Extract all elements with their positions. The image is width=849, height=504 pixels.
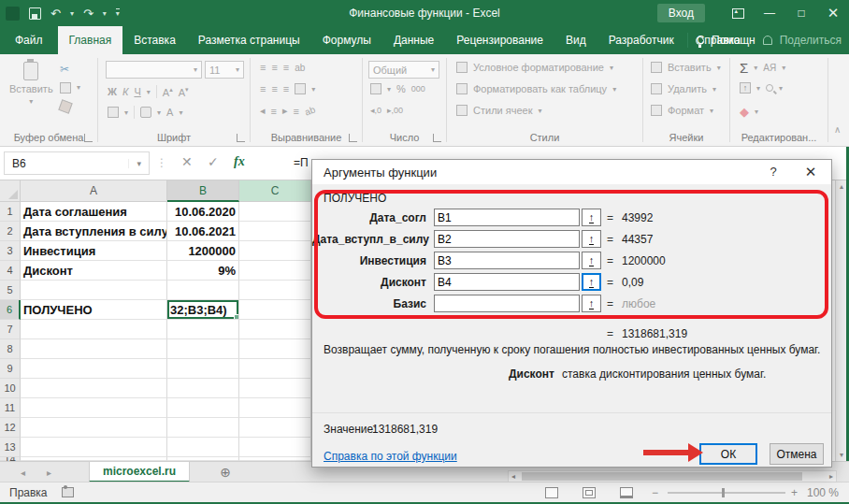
row-header[interactable]: 7 — [0, 320, 21, 339]
horizontal-scroll-thumb[interactable] — [522, 472, 802, 481]
column-header-b[interactable]: B — [167, 180, 239, 202]
row-header[interactable]: 13 — [0, 438, 21, 457]
cancel-button[interactable]: Отмена — [770, 443, 824, 465]
cell-b4[interactable]: 9% — [167, 261, 239, 281]
assistant-label[interactable]: Помощн — [712, 34, 755, 47]
collapse-ribbon-button[interactable]: ∧ — [834, 124, 841, 135]
font-color-dropdown-icon[interactable]: ▾ — [179, 108, 182, 117]
wrap-text-button[interactable]: ab — [303, 104, 316, 117]
scroll-left-icon[interactable]: ◂ — [511, 471, 515, 482]
sheet-nav-left-icon[interactable]: ◂ — [21, 462, 25, 482]
align-top-icon[interactable]: ≡ — [260, 62, 266, 73]
minimize-button[interactable]: — — [754, 0, 785, 26]
sign-in-button[interactable]: Вход — [657, 4, 705, 22]
tab-file[interactable]: Файл — [0, 26, 58, 54]
cell-b13[interactable] — [167, 438, 239, 457]
cell-b1[interactable]: 10.06.2020 — [167, 202, 239, 222]
argument-input-diskont[interactable] — [434, 273, 580, 291]
zoom-out-button[interactable]: − — [652, 486, 658, 499]
clipboard-dialog-launcher[interactable] — [84, 134, 93, 142]
font-color-button[interactable]: А — [166, 107, 173, 118]
sort-filter-button[interactable]: АЯ — [763, 63, 776, 73]
cell-b2[interactable]: 10.06.2021 — [167, 222, 239, 241]
cell-a7[interactable] — [21, 320, 167, 339]
align-center-icon[interactable]: ≡ — [271, 83, 277, 94]
cell-c3[interactable] — [239, 241, 311, 261]
autosum-button[interactable]: Σ — [740, 60, 748, 76]
cell-c7[interactable] — [239, 320, 311, 339]
ribbon-display-options-button[interactable] — [722, 0, 754, 26]
align-middle-icon[interactable]: ≡ — [271, 62, 277, 73]
row-header[interactable]: 10 — [0, 379, 21, 398]
fill-color-dropdown-icon[interactable]: ▾ — [157, 108, 161, 117]
decrease-indent-icon[interactable]: ◂ — [260, 105, 266, 117]
cell-a8[interactable] — [21, 339, 167, 359]
tab-page-layout[interactable]: Разметка страницы — [187, 26, 311, 54]
number-dialog-launcher[interactable] — [433, 134, 441, 142]
ok-button[interactable]: ОК — [699, 443, 757, 465]
cell-a1[interactable]: Дата соглашения — [21, 202, 167, 222]
font-name-combobox[interactable]: ▾ — [106, 61, 202, 79]
collapse-dialog-button-focused[interactable]: ↑ — [582, 273, 601, 291]
select-all-corner[interactable] — [0, 180, 21, 202]
sheet-tab-microexcel[interactable]: microexcel.ru — [89, 462, 190, 482]
cell-a10[interactable] — [21, 379, 167, 398]
collapse-dialog-button[interactable]: ↑ — [582, 252, 601, 269]
scroll-right-icon[interactable]: ▸ — [829, 471, 833, 482]
grow-font-button[interactable]: А▴ — [163, 86, 173, 98]
merge-dropdown-icon[interactable]: ▾ — [311, 85, 315, 94]
cell-a6[interactable]: ПОЛУЧЕНО — [21, 300, 167, 320]
copy-dropdown-icon[interactable]: ▾ — [77, 84, 80, 92]
find-select-button[interactable] — [766, 84, 773, 92]
collapse-dialog-button[interactable]: ↑ — [582, 230, 601, 248]
confirm-entry-button[interactable]: ✓ — [208, 154, 219, 169]
cell-c11[interactable] — [239, 398, 311, 418]
cell-c1[interactable] — [239, 202, 311, 222]
maximize-button[interactable]: □ — [785, 0, 817, 26]
cell-c9[interactable] — [239, 359, 311, 379]
italic-button[interactable]: К — [122, 86, 128, 97]
cell-c4[interactable] — [239, 261, 311, 281]
increase-indent-icon[interactable]: ▸ — [282, 105, 288, 117]
collapse-dialog-button[interactable]: ↑ — [582, 295, 601, 312]
cell-c8[interactable] — [239, 339, 311, 359]
row-header[interactable]: 5 — [0, 281, 21, 300]
font-dialog-launcher[interactable] — [237, 134, 245, 142]
macro-record-icon[interactable] — [62, 487, 74, 497]
cell-b12[interactable] — [167, 418, 239, 438]
cell-c10[interactable] — [239, 379, 311, 398]
row-header[interactable]: 1 — [0, 202, 21, 222]
add-sheet-button[interactable]: ⊕ — [217, 464, 234, 481]
normal-view-button[interactable] — [545, 487, 558, 498]
decrease-decimal-button[interactable]: ▸,00 — [387, 106, 403, 115]
bold-button[interactable]: Ж — [108, 86, 117, 97]
clear-button[interactable]: ◆ — [740, 105, 749, 119]
cell-b3[interactable]: 1200000 — [167, 241, 239, 261]
copy-icon[interactable] — [60, 82, 71, 94]
dialog-help-button[interactable]: ? — [764, 165, 783, 179]
share-button[interactable]: Поделиться — [780, 34, 842, 47]
dialog-close-button[interactable]: ✕ — [799, 164, 822, 180]
cancel-entry-button[interactable]: ✕ — [181, 154, 193, 169]
align-right-icon[interactable]: ≡ — [283, 83, 289, 94]
argument-input-bazis[interactable] — [434, 295, 580, 312]
cell-c13[interactable] — [239, 438, 311, 457]
paste-button[interactable]: Вставить ▾ — [9, 62, 53, 106]
underline-button[interactable]: Ч — [134, 86, 140, 97]
cell-c5[interactable] — [239, 281, 311, 300]
accounting-format-button[interactable] — [370, 83, 381, 94]
page-break-view-button[interactable] — [620, 487, 633, 498]
increase-decimal-button[interactable]: ◂,0 — [370, 106, 381, 115]
merge-center-button[interactable] — [295, 83, 306, 94]
zoom-in-button[interactable]: + — [791, 486, 798, 499]
cell-b8[interactable] — [167, 339, 239, 359]
formula-input[interactable]: =П — [294, 156, 309, 169]
cell-b6-editing[interactable]: 32;B3;B4) — [167, 300, 239, 320]
cell-a2[interactable]: Дата вступления в силу — [21, 222, 167, 241]
tab-data[interactable]: Данные — [382, 26, 445, 54]
column-header-a[interactable]: A — [21, 180, 167, 202]
cell-c6[interactable] — [239, 300, 311, 320]
name-box-dropdown-icon[interactable]: ▾ — [128, 159, 149, 168]
zoom-level[interactable]: 100 % — [807, 486, 839, 499]
percent-style-button[interactable]: % — [396, 83, 406, 94]
